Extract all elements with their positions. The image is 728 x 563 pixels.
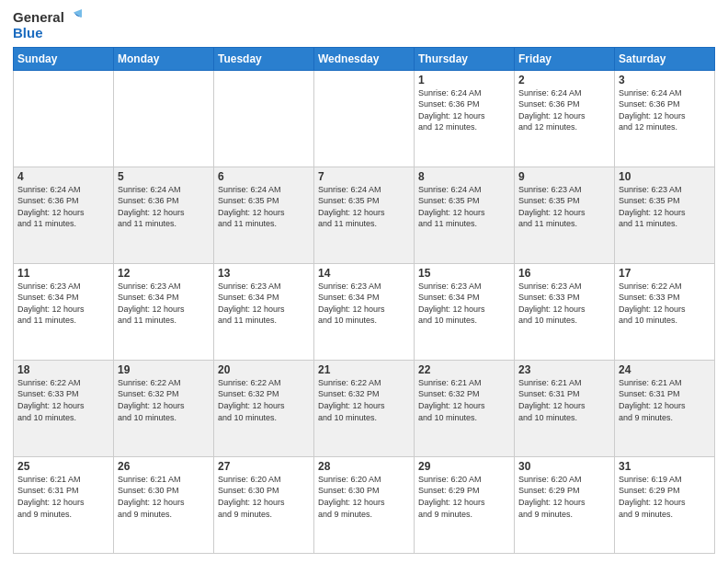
- calendar-cell: 17Sunrise: 6:22 AM Sunset: 6:33 PM Dayli…: [615, 263, 715, 360]
- logo-blue: Blue: [13, 26, 82, 41]
- day-info: Sunrise: 6:23 AM Sunset: 6:34 PM Dayligh…: [218, 281, 310, 327]
- day-info: Sunrise: 6:24 AM Sunset: 6:36 PM Dayligh…: [17, 184, 109, 230]
- day-number: 22: [418, 363, 510, 376]
- calendar-cell: 27Sunrise: 6:20 AM Sunset: 6:30 PM Dayli…: [214, 456, 314, 553]
- day-number: 3: [619, 74, 711, 86]
- day-number: 5: [118, 170, 210, 183]
- day-info: Sunrise: 6:21 AM Sunset: 6:30 PM Dayligh…: [118, 474, 210, 520]
- calendar-cell: 6Sunrise: 6:24 AM Sunset: 6:35 PM Daylig…: [214, 167, 314, 263]
- weekday-wednesday: Wednesday: [314, 47, 415, 70]
- day-info: Sunrise: 6:20 AM Sunset: 6:29 PM Dayligh…: [418, 474, 510, 520]
- calendar-cell: 26Sunrise: 6:21 AM Sunset: 6:30 PM Dayli…: [114, 456, 214, 553]
- day-info: Sunrise: 6:21 AM Sunset: 6:32 PM Dayligh…: [418, 377, 510, 423]
- weekday-sunday: Sunday: [14, 47, 114, 70]
- calendar-cell: 13Sunrise: 6:23 AM Sunset: 6:34 PM Dayli…: [214, 263, 314, 360]
- logo-bird-icon: [65, 9, 82, 26]
- calendar-cell: 12Sunrise: 6:23 AM Sunset: 6:34 PM Dayli…: [114, 263, 214, 360]
- calendar-cell: [114, 70, 214, 167]
- calendar-cell: 22Sunrise: 6:21 AM Sunset: 6:32 PM Dayli…: [415, 360, 515, 456]
- day-number: 23: [518, 363, 610, 376]
- calendar-row-4: 25Sunrise: 6:21 AM Sunset: 6:31 PM Dayli…: [14, 456, 715, 553]
- day-number: 15: [418, 267, 510, 280]
- weekday-saturday: Saturday: [615, 47, 715, 70]
- calendar-row-1: 4Sunrise: 6:24 AM Sunset: 6:36 PM Daylig…: [14, 167, 715, 263]
- calendar-cell: 4Sunrise: 6:24 AM Sunset: 6:36 PM Daylig…: [14, 167, 114, 263]
- day-info: Sunrise: 6:24 AM Sunset: 6:36 PM Dayligh…: [619, 87, 711, 133]
- day-number: 28: [318, 460, 410, 473]
- day-info: Sunrise: 6:20 AM Sunset: 6:30 PM Dayligh…: [218, 474, 310, 520]
- calendar-cell: 23Sunrise: 6:21 AM Sunset: 6:31 PM Dayli…: [515, 360, 615, 456]
- day-info: Sunrise: 6:23 AM Sunset: 6:33 PM Dayligh…: [518, 281, 610, 327]
- day-number: 8: [418, 170, 510, 183]
- calendar-row-3: 18Sunrise: 6:22 AM Sunset: 6:33 PM Dayli…: [14, 360, 715, 456]
- calendar-cell: 30Sunrise: 6:20 AM Sunset: 6:29 PM Dayli…: [515, 456, 615, 553]
- day-number: 26: [118, 460, 210, 473]
- day-info: Sunrise: 6:24 AM Sunset: 6:35 PM Dayligh…: [218, 184, 310, 230]
- calendar-cell: 7Sunrise: 6:24 AM Sunset: 6:35 PM Daylig…: [314, 167, 415, 263]
- calendar-cell: 14Sunrise: 6:23 AM Sunset: 6:34 PM Dayli…: [314, 263, 415, 360]
- day-number: 27: [218, 460, 310, 473]
- calendar-cell: 1Sunrise: 6:24 AM Sunset: 6:36 PM Daylig…: [415, 70, 515, 167]
- day-number: 24: [619, 363, 711, 376]
- logo-text-row: General: [13, 9, 82, 26]
- day-number: 13: [218, 267, 310, 280]
- day-number: 10: [619, 170, 711, 183]
- calendar-cell: 24Sunrise: 6:21 AM Sunset: 6:31 PM Dayli…: [615, 360, 715, 456]
- day-info: Sunrise: 6:24 AM Sunset: 6:35 PM Dayligh…: [318, 184, 410, 230]
- day-number: 7: [318, 170, 410, 183]
- day-info: Sunrise: 6:24 AM Sunset: 6:36 PM Dayligh…: [518, 87, 610, 133]
- day-info: Sunrise: 6:23 AM Sunset: 6:34 PM Dayligh…: [318, 281, 410, 327]
- day-info: Sunrise: 6:23 AM Sunset: 6:35 PM Dayligh…: [619, 184, 711, 230]
- day-number: 31: [619, 460, 711, 473]
- calendar-table: SundayMondayTuesdayWednesdayThursdayFrid…: [13, 47, 715, 555]
- day-number: 11: [17, 267, 109, 280]
- day-info: Sunrise: 6:19 AM Sunset: 6:29 PM Dayligh…: [619, 474, 711, 520]
- calendar-cell: 28Sunrise: 6:20 AM Sunset: 6:30 PM Dayli…: [314, 456, 415, 553]
- day-info: Sunrise: 6:21 AM Sunset: 6:31 PM Dayligh…: [17, 474, 109, 520]
- calendar-cell: 25Sunrise: 6:21 AM Sunset: 6:31 PM Dayli…: [14, 456, 114, 553]
- logo-container: General Blue: [13, 9, 82, 41]
- day-number: 18: [17, 363, 109, 376]
- day-info: Sunrise: 6:24 AM Sunset: 6:36 PM Dayligh…: [418, 87, 510, 133]
- day-info: Sunrise: 6:22 AM Sunset: 6:33 PM Dayligh…: [619, 281, 711, 327]
- day-number: 19: [118, 363, 210, 376]
- calendar-cell: [314, 70, 415, 167]
- calendar-cell: 11Sunrise: 6:23 AM Sunset: 6:34 PM Dayli…: [14, 263, 114, 360]
- calendar-cell: 9Sunrise: 6:23 AM Sunset: 6:35 PM Daylig…: [515, 167, 615, 263]
- calendar-cell: 16Sunrise: 6:23 AM Sunset: 6:33 PM Dayli…: [515, 263, 615, 360]
- day-number: 30: [518, 460, 610, 473]
- day-number: 1: [418, 74, 510, 86]
- calendar-cell: 31Sunrise: 6:19 AM Sunset: 6:29 PM Dayli…: [615, 456, 715, 553]
- calendar-cell: 20Sunrise: 6:22 AM Sunset: 6:32 PM Dayli…: [214, 360, 314, 456]
- calendar-cell: 3Sunrise: 6:24 AM Sunset: 6:36 PM Daylig…: [615, 70, 715, 167]
- day-number: 6: [218, 170, 310, 183]
- header: General Blue: [13, 9, 715, 41]
- day-info: Sunrise: 6:20 AM Sunset: 6:29 PM Dayligh…: [518, 474, 610, 520]
- calendar-cell: 2Sunrise: 6:24 AM Sunset: 6:36 PM Daylig…: [515, 70, 615, 167]
- logo: General Blue: [13, 9, 82, 41]
- day-number: 4: [17, 170, 109, 183]
- day-number: 29: [418, 460, 510, 473]
- calendar-cell: 10Sunrise: 6:23 AM Sunset: 6:35 PM Dayli…: [615, 167, 715, 263]
- logo-general: General: [13, 10, 64, 26]
- day-info: Sunrise: 6:21 AM Sunset: 6:31 PM Dayligh…: [619, 377, 711, 423]
- calendar-cell: 5Sunrise: 6:24 AM Sunset: 6:36 PM Daylig…: [114, 167, 214, 263]
- day-number: 2: [518, 74, 610, 86]
- day-info: Sunrise: 6:23 AM Sunset: 6:35 PM Dayligh…: [518, 184, 610, 230]
- day-number: 14: [318, 267, 410, 280]
- calendar-row-0: 1Sunrise: 6:24 AM Sunset: 6:36 PM Daylig…: [14, 70, 715, 167]
- day-info: Sunrise: 6:22 AM Sunset: 6:33 PM Dayligh…: [17, 377, 109, 423]
- day-info: Sunrise: 6:20 AM Sunset: 6:30 PM Dayligh…: [318, 474, 410, 520]
- calendar-cell: [14, 70, 114, 167]
- day-number: 9: [518, 170, 610, 183]
- day-info: Sunrise: 6:24 AM Sunset: 6:35 PM Dayligh…: [418, 184, 510, 230]
- weekday-thursday: Thursday: [415, 47, 515, 70]
- day-info: Sunrise: 6:21 AM Sunset: 6:31 PM Dayligh…: [518, 377, 610, 423]
- calendar-row-2: 11Sunrise: 6:23 AM Sunset: 6:34 PM Dayli…: [14, 263, 715, 360]
- day-number: 20: [218, 363, 310, 376]
- day-info: Sunrise: 6:23 AM Sunset: 6:34 PM Dayligh…: [418, 281, 510, 327]
- calendar-cell: 18Sunrise: 6:22 AM Sunset: 6:33 PM Dayli…: [14, 360, 114, 456]
- day-number: 17: [619, 267, 711, 280]
- calendar-cell: 8Sunrise: 6:24 AM Sunset: 6:35 PM Daylig…: [415, 167, 515, 263]
- page: General Blue SundayMondayTuesdayWednesda…: [0, 0, 728, 563]
